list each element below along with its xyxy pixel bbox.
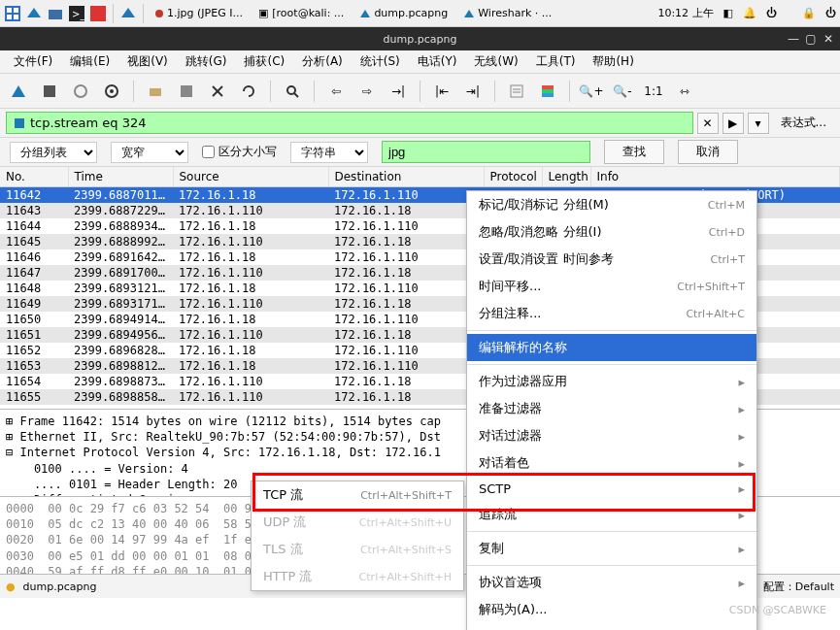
svg-text:>_: >_ — [72, 9, 84, 20]
taskbar-app-3[interactable]: Wireshark · ... — [457, 5, 557, 21]
follow-stream-submenu[interactable]: TCP 流Ctrl+Alt+Shift+TUDP 流Ctrl+Alt+Shift… — [251, 481, 464, 591]
find-button[interactable]: 查找 — [604, 140, 664, 164]
taskbar-app-0[interactable]: 1.jpg (JPEG I... — [150, 5, 249, 21]
filter-clear-button[interactable]: ✕ — [697, 113, 719, 134]
ctxmenu-item[interactable]: 忽略/取消忽略 分组(I)Ctrl+D — [467, 218, 756, 246]
ctxmenu-item[interactable]: 对话着色▸ — [467, 449, 756, 477]
ctxmenu-item[interactable]: 设置/取消设置 时间参考Ctrl+T — [467, 246, 756, 273]
toolbar-zoomout-icon[interactable]: 🔍- — [610, 79, 635, 104]
tray-lock-icon[interactable]: 🔒 — [802, 7, 816, 19]
filter-dropdown-button[interactable]: ▾ — [748, 113, 769, 134]
menu-10[interactable]: 帮助(H) — [585, 50, 641, 73]
case-sensitive-checkbox[interactable]: 区分大小写 — [202, 144, 277, 160]
toolbar-reload-icon[interactable] — [236, 79, 261, 104]
find-bar: 分组列表 宽窄 区分大小写 字符串 查找 取消 — [0, 138, 840, 167]
toolbar-first-icon[interactable]: |⇤ — [429, 79, 454, 104]
col-header[interactable]: Protocol — [484, 167, 542, 187]
toolbar-autoscroll-icon[interactable] — [504, 79, 529, 104]
display-filter-value: tcp.stream eq 324 — [30, 116, 147, 130]
ctxmenu-item[interactable]: 追踪流▸ — [467, 501, 756, 528]
toolbar-resize-icon[interactable]: ⇿ — [672, 79, 697, 104]
svg-rect-22 — [542, 85, 554, 89]
toolbar-close-icon[interactable] — [205, 79, 230, 104]
tray-shutdown-icon[interactable]: ⏻ — [825, 7, 836, 19]
find-scope-select[interactable]: 分组列表 — [10, 142, 97, 163]
col-header[interactable]: Destination — [328, 167, 484, 187]
svg-rect-1 — [7, 8, 12, 13]
submenu-item[interactable]: TCP 流Ctrl+Alt+Shift+T — [252, 481, 463, 509]
ctxmenu-item[interactable]: 编辑解析的名称 — [467, 334, 756, 361]
toolbar-options-icon[interactable] — [99, 79, 124, 104]
toolbar-shark-icon[interactable] — [6, 79, 31, 104]
menu-6[interactable]: 统计(S) — [353, 50, 408, 73]
window-max-button[interactable]: ▢ — [803, 32, 819, 46]
window-close-button[interactable]: ✕ — [821, 32, 836, 46]
cancel-button[interactable]: 取消 — [678, 140, 738, 164]
svg-rect-5 — [49, 10, 62, 19]
toolbar-fwd-icon[interactable]: ⇨ — [354, 79, 380, 104]
menu-5[interactable]: 分析(A) — [294, 50, 351, 73]
ctxmenu-item[interactable]: 解码为(A)... — [467, 596, 756, 623]
find-type-select[interactable]: 字符串 — [290, 142, 368, 163]
ctxmenu-item[interactable]: SCTP▸ — [467, 477, 756, 501]
toolbar-last-icon[interactable]: ⇥| — [460, 79, 486, 104]
ctxmenu-item[interactable]: 协议首选项▸ — [467, 569, 756, 596]
menu-7[interactable]: 电话(Y) — [410, 50, 465, 73]
ctxmenu-item[interactable]: 标记/取消标记 分组(M)Ctrl+M — [467, 191, 756, 218]
window-min-button[interactable]: — — [786, 32, 801, 46]
col-header[interactable]: Info — [590, 167, 840, 187]
find-input[interactable] — [382, 141, 590, 163]
dock-wireshark-icon[interactable] — [119, 5, 137, 22]
filter-apply-button[interactable]: ▶ — [722, 113, 744, 134]
ctxmenu-item[interactable]: 复制▸ — [467, 535, 756, 562]
toolbar-zoom100-icon[interactable]: 1:1 — [641, 79, 666, 104]
dock-shark-icon[interactable] — [25, 5, 43, 22]
svg-rect-25 — [15, 118, 24, 128]
find-width-select[interactable]: 宽窄 — [111, 142, 188, 163]
toolbar-goto-icon[interactable]: →| — [386, 79, 411, 104]
toolbar-open-icon[interactable] — [143, 79, 168, 104]
col-header[interactable]: No. — [0, 167, 68, 187]
context-menu[interactable]: 标记/取消标记 分组(M)Ctrl+M忽略/取消忽略 分组(I)Ctrl+D设置… — [466, 190, 757, 630]
toolbar-restart-icon[interactable] — [68, 79, 93, 104]
menu-0[interactable]: 文件(F) — [6, 50, 60, 73]
tray-power-icon[interactable]: ⏻ — [766, 7, 777, 19]
col-header[interactable]: Length — [542, 167, 590, 187]
dock-kali-icon[interactable] — [89, 5, 107, 22]
toolbar-colorize-icon[interactable] — [535, 79, 560, 104]
ctxmenu-item[interactable]: 在新窗口显示分组(W) — [467, 623, 756, 630]
ctxmenu-item[interactable]: 对话过滤器▸ — [467, 422, 756, 449]
tray-monitor-icon[interactable]: ◧ — [723, 7, 733, 19]
menu-8[interactable]: 无线(W) — [466, 50, 525, 73]
menu-3[interactable]: 跳转(G) — [178, 50, 235, 73]
svg-rect-24 — [542, 93, 554, 97]
menu-1[interactable]: 编辑(E) — [62, 50, 118, 73]
menu-2[interactable]: 视图(V) — [119, 50, 176, 73]
toolbar-zoomin-icon[interactable]: 🔍+ — [579, 79, 604, 104]
toolbar-save-icon[interactable] — [174, 79, 199, 104]
status-profile[interactable]: 配置：Default — [763, 580, 834, 594]
ctxmenu-item[interactable]: 时间平移...Ctrl+Shift+T — [467, 273, 756, 300]
display-filter-input[interactable]: tcp.stream eq 324 — [6, 112, 693, 134]
col-header[interactable]: Time — [68, 167, 173, 187]
svg-point-17 — [287, 86, 295, 94]
ctxmenu-item[interactable]: 准备过滤器▸ — [467, 395, 756, 422]
ctxmenu-item[interactable]: 分组注释...Ctrl+Alt+C — [467, 300, 756, 327]
col-header[interactable]: Source — [173, 167, 328, 187]
status-warn-icon[interactable]: ● — [6, 580, 16, 593]
taskbar-app-1[interactable]: ▣[root@kali: ... — [252, 5, 350, 21]
expression-button[interactable]: 表达式... — [773, 113, 834, 133]
svg-rect-9 — [44, 85, 55, 97]
menu-9[interactable]: 工具(T) — [528, 50, 584, 73]
toolbar-find-icon[interactable] — [280, 79, 305, 104]
submenu-item: HTTP 流Ctrl+Alt+Shift+H — [252, 563, 463, 590]
taskbar-app-2[interactable]: dump.pcapng — [353, 5, 454, 21]
menu-4[interactable]: 捕获(C) — [236, 50, 292, 73]
dock-files-icon[interactable] — [47, 5, 64, 22]
tray-bell-icon[interactable]: 🔔 — [743, 7, 756, 19]
toolbar-stop-icon[interactable] — [37, 79, 62, 104]
app-launcher-icon[interactable] — [4, 5, 21, 22]
ctxmenu-item[interactable]: 作为过滤器应用▸ — [467, 368, 756, 395]
dock-term-icon[interactable]: >_ — [68, 5, 85, 22]
toolbar-back-icon[interactable]: ⇦ — [323, 79, 349, 104]
